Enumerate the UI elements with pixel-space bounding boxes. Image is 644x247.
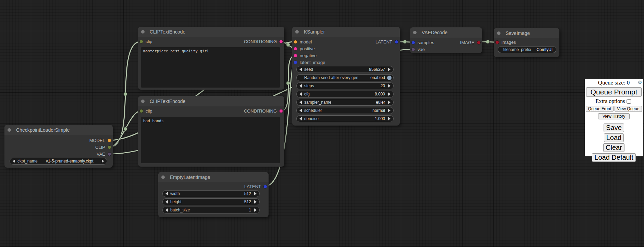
increment-arrow-icon[interactable] (388, 101, 391, 104)
port-label: LATENT (375, 39, 392, 44)
widget-denoise[interactable]: denoise 1.000 (296, 115, 394, 122)
node-checkpoint-loader-simple[interactable]: CheckpointLoaderSimple MODEL CLIP VAE ck… (4, 125, 113, 168)
decrement-arrow-icon[interactable] (299, 92, 302, 96)
node-save-image[interactable]: SaveImage images filename_prefix ComfyUI (494, 28, 559, 57)
port-dot-image[interactable] (495, 40, 499, 44)
settings-gear-icon[interactable]: ⚙ (638, 80, 642, 86)
collapse-dot-icon[interactable] (141, 100, 145, 103)
widget-value: euler (376, 100, 385, 105)
widget-label: ckpt_name (17, 159, 38, 164)
widget-label: width (170, 191, 180, 196)
output-port-vae[interactable]: VAE (97, 151, 111, 157)
extra-options-checkbox[interactable] (627, 99, 631, 104)
port-dot-latent[interactable] (395, 40, 398, 44)
increment-arrow-icon[interactable] (254, 200, 257, 204)
widget-width[interactable]: width 512 (162, 190, 260, 197)
clear-button[interactable]: Clear (603, 143, 624, 152)
decrement-arrow-icon[interactable] (299, 68, 302, 71)
save-button[interactable]: Save (604, 124, 624, 132)
output-port-clip[interactable]: CLIP (95, 144, 111, 151)
widget-steps[interactable]: steps 20 (296, 82, 394, 89)
port-dot-clip[interactable] (108, 145, 111, 149)
output-port-latent[interactable]: LATENT (244, 183, 267, 190)
widget-batch-size[interactable]: batch_size 1 (162, 207, 260, 213)
decrement-arrow-icon[interactable] (299, 101, 302, 104)
load-default-button[interactable]: Load Default (592, 153, 635, 162)
queue-front-button[interactable]: Queue Front (586, 106, 614, 112)
input-port-negative[interactable]: negative (294, 52, 317, 59)
node-clip-text-encode-negative[interactable]: CLIPTextEncode clip CONDITIONING bad han… (138, 96, 284, 167)
collapse-dot-icon[interactable] (295, 30, 299, 34)
decrement-arrow-icon[interactable] (165, 200, 168, 204)
toggle-on-icon[interactable] (387, 76, 392, 80)
input-port-samples[interactable]: samples (411, 39, 434, 46)
increment-arrow-icon[interactable] (388, 68, 391, 71)
input-port-latent-image[interactable]: latent_image (294, 59, 325, 66)
increment-arrow-icon[interactable] (388, 117, 391, 120)
decrement-arrow-icon[interactable] (299, 84, 302, 88)
port-dot-vae[interactable] (411, 48, 415, 51)
increment-arrow-icon[interactable] (102, 159, 104, 163)
decrement-arrow-icon[interactable] (13, 159, 15, 163)
node-empty-latent-image[interactable]: EmptyLatentImage LATENT width 512 height… (158, 172, 269, 217)
collapse-dot-icon[interactable] (161, 176, 165, 179)
input-port-positive[interactable]: positive (294, 45, 315, 52)
decrement-arrow-icon[interactable] (299, 109, 302, 112)
increment-arrow-icon[interactable] (254, 208, 257, 212)
prompt-textarea-negative[interactable]: bad hands (141, 117, 280, 163)
node-vae-decode[interactable]: VAEDecode samples vae IMAGE (410, 27, 482, 53)
port-dot-latent[interactable] (263, 185, 267, 188)
increment-arrow-icon[interactable] (388, 84, 391, 88)
increment-arrow-icon[interactable] (388, 92, 391, 96)
input-port-clip[interactable]: clip (139, 38, 152, 45)
output-port-model[interactable]: MODEL (89, 137, 111, 144)
widget-ckpt-name[interactable]: ckpt_name v1-5-pruned-emaonly.ckpt (10, 158, 107, 165)
widget-cfg[interactable]: cfg 8.000 (296, 91, 394, 98)
collapse-dot-icon[interactable] (141, 30, 145, 34)
port-dot-conditioning[interactable] (294, 54, 297, 57)
decrement-arrow-icon[interactable] (299, 117, 302, 120)
port-dot-model[interactable] (294, 40, 297, 44)
widget-random-seed-toggle[interactable]: Random seed after every gen enabled (296, 74, 394, 81)
output-port-image[interactable]: IMAGE (460, 39, 481, 46)
decrement-arrow-icon[interactable] (165, 192, 168, 195)
input-port-images[interactable]: images (495, 39, 516, 46)
output-port-conditioning[interactable]: CONDITIONING (244, 107, 283, 114)
port-dot-conditioning[interactable] (279, 40, 283, 43)
port-dot-clip[interactable] (139, 109, 143, 113)
widget-filename-prefix[interactable]: filename_prefix ComfyUI (498, 46, 556, 53)
collapse-dot-icon[interactable] (8, 128, 11, 132)
input-port-clip[interactable]: clip (139, 107, 152, 114)
port-dot-image[interactable] (477, 41, 481, 44)
port-dot-latent[interactable] (411, 41, 415, 44)
increment-arrow-icon[interactable] (254, 192, 257, 195)
view-history-button[interactable]: View History (598, 113, 630, 119)
widget-seed[interactable]: seed 8566257 (296, 66, 394, 73)
output-port-conditioning[interactable]: CONDITIONING (244, 38, 283, 45)
collapse-dot-icon[interactable] (413, 31, 417, 34)
port-dot-clip[interactable] (139, 40, 143, 43)
node-graph-canvas[interactable]: CheckpointLoaderSimple MODEL CLIP VAE ck… (0, 0, 644, 247)
input-port-model[interactable]: model (294, 38, 312, 45)
output-port-latent[interactable]: LATENT (375, 38, 398, 45)
increment-arrow-icon[interactable] (388, 109, 391, 112)
load-button[interactable]: Load (604, 133, 624, 142)
port-dot-latent[interactable] (294, 61, 297, 64)
node-title-label: SaveImage (506, 30, 530, 36)
port-dot-conditioning[interactable] (279, 109, 283, 113)
input-port-vae[interactable]: vae (411, 46, 425, 53)
node-clip-text-encode-positive[interactable]: CLIPTextEncode clip CONDITIONING masterp… (138, 27, 284, 90)
widget-sampler-name[interactable]: sampler_name euler (296, 99, 394, 106)
collapse-dot-icon[interactable] (497, 31, 500, 35)
port-dot-conditioning[interactable] (294, 47, 297, 51)
node-ksampler[interactable]: KSampler model positive negative latent_… (292, 27, 400, 126)
decrement-arrow-icon[interactable] (165, 208, 168, 212)
port-dot-vae[interactable] (108, 152, 111, 156)
port-dot-model[interactable] (108, 139, 111, 142)
queue-prompt-button[interactable]: Queue Prompt (586, 87, 642, 97)
widget-height[interactable]: height 512 (162, 198, 260, 205)
prompt-textarea-positive[interactable]: masterpiece best quality girl (141, 47, 280, 88)
widget-scheduler[interactable]: scheduler normal (296, 107, 394, 114)
view-queue-button[interactable]: View Queue (615, 106, 642, 112)
widget-label: height (170, 199, 182, 204)
